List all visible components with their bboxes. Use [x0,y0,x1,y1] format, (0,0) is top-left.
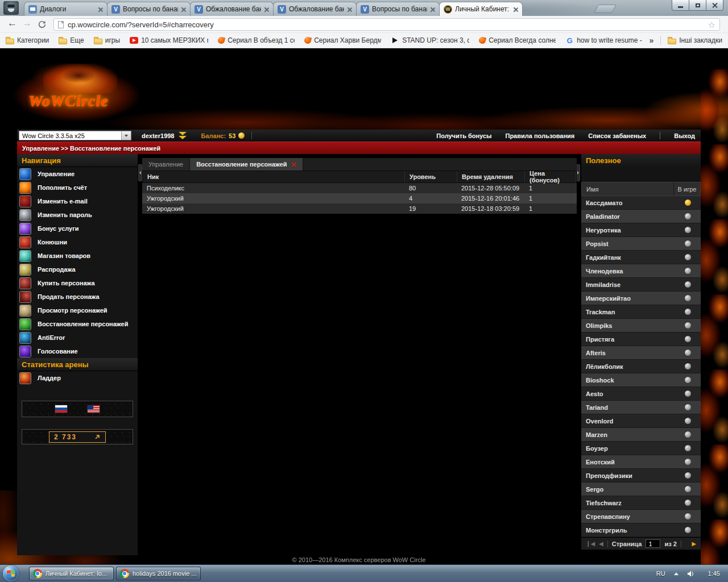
player-name: Afteris [581,350,675,356]
nav-item[interactable]: Восстановление персонажей [17,317,138,331]
player-row: Popsist [581,237,701,251]
nav-item-label: Продать персонажа [38,293,100,300]
nav-item[interactable]: Изменить e-mail [17,194,138,208]
ban-list-link[interactable]: Список забаненых [588,132,646,139]
tab-close-icon[interactable] [347,7,352,12]
nav-item[interactable]: Бонус услуги [17,222,138,235]
back-button[interactable]: ← [7,18,17,29]
first-page-button[interactable]: ❙◀ [586,541,595,547]
arena-item[interactable]: Ладдер [17,371,138,385]
bookmark-item[interactable]: Сериал Всегда солне [479,36,556,44]
player-row: Trackman [581,305,701,319]
volume-icon[interactable] [687,570,695,577]
char-recovery-table: Ник Уровень Время удаления Цена (бонусов… [142,171,577,214]
bookmark-item[interactable]: Еще [59,36,84,44]
nav-item[interactable]: Пополнить счёт [17,181,138,194]
taskbar-app-button[interactable]: Личный Кабинет: lo... [29,567,114,580]
player-name: Olimpiks [581,322,675,329]
browser-tab[interactable]: Диалоги [24,2,107,16]
nav-item[interactable]: Управление [17,167,138,181]
bookmarks-right: » Інші закладки [649,36,722,45]
cell-level: 19 [404,205,457,212]
browser-tab[interactable]: Обжалование банов / [190,2,274,16]
content-tab[interactable]: Управление [142,158,190,171]
content-tab-close-icon[interactable] [291,162,296,167]
nav-item[interactable]: Купить персонажа [17,276,138,290]
player-name: Marzen [581,431,675,438]
table-row[interactable]: Ужгородский 19 2015-12-18 03:20:59 1 [142,203,577,214]
chrome-icon [33,569,42,578]
browser-tab[interactable]: Обжалование банов / [273,2,357,16]
nav-item[interactable]: Продать персонажа [17,290,138,304]
nav-item-icon [19,264,31,276]
visitor-counter-banner[interactable]: 2 733 [22,429,133,444]
tab-close-icon[interactable] [181,7,186,12]
tab-close-icon[interactable] [98,7,103,12]
server-select[interactable]: Wow Circle 3.3.5a x25 [19,131,131,140]
taskbar-app-label: holidays 2016 movie ... [133,570,197,577]
left-panel-collapse-handle[interactable] [138,164,142,181]
other-bookmarks-folder[interactable]: Інші закладки [668,36,722,44]
tab-close-icon[interactable] [430,7,435,12]
bookmark-item[interactable]: STAND UP: сезон 3, с [391,36,469,45]
table-row[interactable]: Ужгородский 4 2015-12-16 20:01:46 1 [142,193,577,203]
nav-item[interactable]: Конюшни [17,235,138,249]
bookmark-star-icon[interactable]: ☆ [708,20,715,29]
start-button[interactable] [3,566,19,581]
taskbar-app-button[interactable]: holidays 2016 movie ... [116,567,201,580]
bookmark-item[interactable]: Сериал В объезд 1 се [218,36,295,44]
content-tabs: Управление Восстановление персонажей [142,158,577,171]
url-text[interactable]: cp.wowcircle.com/?serverId=5#charrecover… [68,20,704,29]
bookmark-label: 10 самых МЕРЗКИХ м [141,36,208,44]
next-page-button[interactable]: ▶ [692,541,696,547]
browser-tab[interactable]: Вопросы по банам. Об [356,2,440,16]
nav-item[interactable]: Просмотр персонажей [17,304,138,317]
exit-divider [660,132,660,139]
right-panel-collapse-handle[interactable] [576,164,580,181]
player-name: Пристяга [581,336,675,343]
forward-button[interactable]: → [22,18,32,29]
prev-page-button[interactable]: ◀ [599,541,603,547]
rules-link[interactable]: Правила пользования [505,132,574,139]
bookmark-item[interactable]: Сериал Харви Бердм [304,36,381,44]
close-button[interactable] [706,0,723,11]
content-tab[interactable]: Восстановление персонажей [190,158,303,171]
nav-item[interactable]: Голосование [17,344,138,358]
reload-button[interactable] [38,20,47,29]
minimize-button[interactable] [672,0,689,11]
russian-flag-icon[interactable] [55,405,68,413]
site-logo[interactable]: WoWCircle [27,65,141,117]
nav-item[interactable]: Изменить пароль [17,208,138,222]
player-name: Лёликболик [581,363,675,370]
address-bar[interactable]: cp.wowcircle.com/?serverId=5#charrecover… [53,18,720,31]
online-status-coin-icon [685,390,691,397]
page-number-input[interactable] [646,539,660,548]
nav-item-label: Просмотр персонажей [38,307,107,314]
nav-item[interactable]: Магазин товаров [17,249,138,263]
show-hidden-icons-arrow[interactable] [674,572,679,575]
table-row[interactable]: Психоделикс 80 2015-12-28 05:50:09 1 [142,183,577,193]
tab-close-icon[interactable] [513,7,518,12]
logout-link[interactable]: Выход [674,132,695,139]
bookmark-item[interactable]: 10 самых МЕРЗКИХ м [130,36,208,44]
browser-tab[interactable]: Вопросы по банам. Об [107,2,191,16]
browser-tab[interactable]: Личный Кабинет: logo [439,2,523,16]
profile-avatar-icon[interactable] [3,1,19,15]
keyboard-language-indicator[interactable]: RU [656,570,665,577]
bookmark-item[interactable]: how to write resume - [565,36,642,45]
col-header-level: Уровень [405,171,457,182]
restore-button[interactable] [689,0,706,11]
bookmarks-overflow-chevron[interactable]: » [649,36,653,45]
us-flag-icon[interactable] [87,405,100,413]
select-dropdown-icon[interactable] [121,131,131,140]
player-row: Имперскийтао [581,292,701,305]
new-tab-button[interactable] [594,5,617,13]
nav-item[interactable]: AntiError [17,331,138,344]
col-header-delete-time: Время удаления [457,171,525,182]
bookmark-item[interactable]: Категории [6,36,49,44]
tab-close-icon[interactable] [264,7,269,12]
nav-item[interactable]: Распродажа [17,263,138,276]
get-bonuses-link[interactable]: Получить бонусы [436,132,491,139]
taskbar-clock[interactable]: 1:45 [708,570,720,577]
bookmark-item[interactable]: игры [94,36,120,44]
